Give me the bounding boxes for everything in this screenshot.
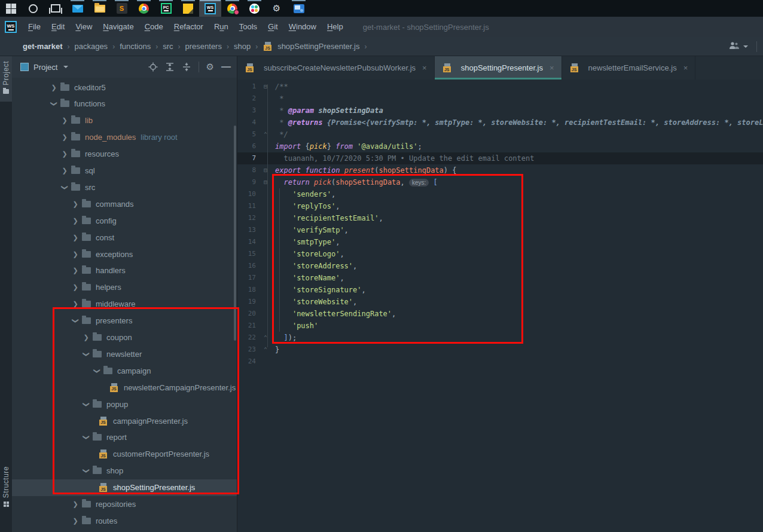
- code-line-17[interactable]: 17 'storeName',: [237, 272, 763, 284]
- breadcrumb-item-src[interactable]: src: [163, 42, 173, 51]
- chevron-collapsed-icon[interactable]: ❯: [71, 267, 80, 274]
- code-line-13[interactable]: 13 'verifySmtp',: [237, 224, 763, 236]
- tree-item-customerReportPresenter.js[interactable]: customerReportPresenter.js: [12, 446, 237, 463]
- code-line-9[interactable]: 9⊟ return pick(shopSettingData, keys: [: [237, 176, 763, 188]
- chevron-collapsed-icon[interactable]: ❯: [49, 84, 59, 91]
- tree-item-node_modules[interactable]: ❯node_moduleslibrary root: [12, 129, 237, 146]
- taskbar-icon-task-view[interactable]: [44, 0, 66, 17]
- menu-file[interactable]: File: [23, 17, 46, 37]
- code-line-14[interactable]: 14 'smtpType',: [237, 236, 763, 248]
- taskbar-icon-search[interactable]: [22, 0, 44, 17]
- users-dropdown-caret[interactable]: [743, 45, 748, 48]
- code-line-10[interactable]: 10 'senders',: [237, 188, 763, 200]
- tree-item-popup[interactable]: ❯popup: [12, 396, 237, 412]
- taskbar-icon-file-explorer[interactable]: [88, 0, 111, 17]
- tree-item-ckeditor5[interactable]: ❯ckeditor5: [12, 79, 237, 96]
- chevron-expanded-icon[interactable]: ❯: [83, 349, 90, 359]
- code-line-16[interactable]: 16 'storeAddress',: [237, 260, 763, 272]
- select-opened-file-button[interactable]: [148, 62, 158, 72]
- breadcrumb-item-shop[interactable]: shop: [234, 42, 251, 51]
- tool-window-tab-structure[interactable]: Structure: [0, 466, 12, 526]
- chevron-expanded-icon[interactable]: ❯: [72, 316, 80, 326]
- code-line-4[interactable]: 4 * @returns {Promise<{verifySmtp: *, sm…: [237, 117, 763, 129]
- chevron-collapsed-icon[interactable]: ❯: [71, 200, 80, 208]
- tree-item-shop[interactable]: ❯shop: [12, 463, 237, 479]
- breadcrumb-item-shopSettingPresenter.js[interactable]: shopSettingPresenter.js: [277, 42, 359, 51]
- editor-tab-newsletterEmailService.js[interactable]: newsletterEmailService.js×: [562, 56, 696, 80]
- editor-tab-subscribeCreateNewsletterPubsubWorker.js[interactable]: subscribeCreateNewsletterPubsubWorker.js…: [237, 56, 435, 80]
- taskbar-icon-settings[interactable]: ⚙: [265, 0, 288, 17]
- code-line-7[interactable]: 7 tuananh, 10/7/2020 5:30 PM • Update th…: [237, 152, 763, 164]
- taskbar-icon-sticky-notes[interactable]: [177, 0, 199, 17]
- taskbar-icon-slack[interactable]: [243, 0, 265, 17]
- chevron-expanded-icon[interactable]: ❯: [83, 466, 90, 476]
- taskbar-icon-chrome[interactable]: [133, 0, 155, 17]
- code-line-2[interactable]: 2 *: [237, 93, 763, 105]
- code-line-1[interactable]: 1⊟/**: [237, 81, 763, 93]
- collapse-all-button[interactable]: [182, 62, 191, 72]
- tree-item-presenters[interactable]: ❯presenters: [12, 313, 237, 329]
- fold-start-icon[interactable]: ⊟: [261, 81, 270, 93]
- close-tab-icon[interactable]: ×: [422, 63, 427, 72]
- code-line-21[interactable]: 21 'push': [237, 320, 763, 332]
- fold-end-icon[interactable]: ⌃: [261, 332, 270, 344]
- chevron-collapsed-icon[interactable]: ❯: [60, 167, 69, 175]
- tree-item-middleware[interactable]: ❯middleware: [12, 296, 237, 313]
- menu-code[interactable]: Code: [139, 17, 169, 37]
- chevron-collapsed-icon[interactable]: ❯: [81, 334, 91, 341]
- tree-item-sql[interactable]: ❯sql: [12, 163, 237, 179]
- tree-item-services[interactable]: ❯services: [12, 529, 237, 532]
- taskbar-icon-pycharm[interactable]: PC: [155, 0, 177, 17]
- tool-window-tab-project[interactable]: Project: [0, 56, 12, 102]
- chevron-collapsed-icon[interactable]: ❯: [71, 517, 80, 525]
- tree-scrollbar[interactable]: [234, 126, 236, 341]
- code-line-15[interactable]: 15 'storeLogo',: [237, 248, 763, 260]
- code-line-5[interactable]: 5⌃ */: [237, 129, 763, 140]
- taskbar-icon-start[interactable]: [0, 0, 22, 17]
- chevron-collapsed-icon[interactable]: ❯: [71, 500, 80, 508]
- tree-item-repositories[interactable]: ❯repositories: [12, 496, 237, 513]
- menu-window[interactable]: Window: [283, 17, 322, 37]
- code-line-8[interactable]: 8⊟export function present(shopSettingDat…: [237, 164, 763, 176]
- tree-item-newsletterCampaignPresenter.js[interactable]: newsletterCampaignPresenter.js: [12, 379, 237, 396]
- code-line-18[interactable]: 18 'storeSignature',: [237, 284, 763, 296]
- chevron-collapsed-icon[interactable]: ❯: [60, 117, 69, 124]
- chevron-collapsed-icon[interactable]: ❯: [60, 133, 69, 141]
- code-line-20[interactable]: 20 'newsletterSendingRate',: [237, 308, 763, 320]
- tree-item-coupon[interactable]: ❯coupon: [12, 329, 237, 346]
- hide-panel-button[interactable]: —: [221, 62, 231, 72]
- expand-all-button[interactable]: [165, 62, 175, 72]
- chevron-expanded-icon[interactable]: ❯: [83, 433, 90, 442]
- tree-item-handlers[interactable]: ❯handlers: [12, 262, 237, 279]
- chevron-expanded-icon[interactable]: ❯: [50, 99, 58, 109]
- project-view-dropdown-caret[interactable]: [63, 66, 68, 68]
- taskbar-icon-mail[interactable]: [66, 0, 88, 17]
- taskbar-icon-chrome-profile[interactable]: [221, 0, 243, 17]
- code-editor[interactable]: 1⊟/**2 *3 * @param shopSettingData4 * @r…: [237, 80, 763, 532]
- fold-end-icon[interactable]: ⌃: [261, 129, 270, 140]
- taskbar-icon-sublime-text[interactable]: S: [111, 0, 133, 17]
- menu-git[interactable]: Git: [263, 17, 283, 37]
- tree-item-campaignPresenter.js[interactable]: campaignPresenter.js: [12, 412, 237, 429]
- menu-view[interactable]: View: [70, 17, 97, 37]
- code-line-22[interactable]: 22⌃ ]);: [237, 332, 763, 344]
- menu-help[interactable]: Help: [322, 17, 349, 37]
- code-line-24[interactable]: 24: [237, 356, 763, 368]
- tree-item-shopSettingPresenter.js[interactable]: shopSettingPresenter.js: [12, 479, 237, 496]
- tree-item-lib[interactable]: ❯lib: [12, 112, 237, 129]
- menu-edit[interactable]: Edit: [46, 17, 70, 37]
- tree-item-config[interactable]: ❯config: [12, 212, 237, 229]
- tree-item-src[interactable]: ❯src: [12, 179, 237, 195]
- code-line-6[interactable]: 6import {pick} from '@avada/utils';: [237, 140, 763, 152]
- menu-tools[interactable]: Tools: [234, 17, 263, 37]
- tree-item-report[interactable]: ❯report: [12, 429, 237, 446]
- fold-start-icon[interactable]: ⊟: [261, 176, 270, 188]
- fold-start-icon[interactable]: ⊟: [261, 164, 270, 176]
- taskbar-icon-webstorm[interactable]: WS: [199, 0, 221, 17]
- breadcrumb-item-presenters[interactable]: presenters: [185, 42, 222, 51]
- close-tab-icon[interactable]: ×: [683, 63, 688, 72]
- chevron-expanded-icon[interactable]: ❯: [83, 399, 90, 409]
- breadcrumb-item-functions[interactable]: functions: [120, 42, 151, 51]
- chevron-expanded-icon[interactable]: ❯: [93, 366, 101, 375]
- options-gear-button[interactable]: ⚙: [206, 62, 214, 72]
